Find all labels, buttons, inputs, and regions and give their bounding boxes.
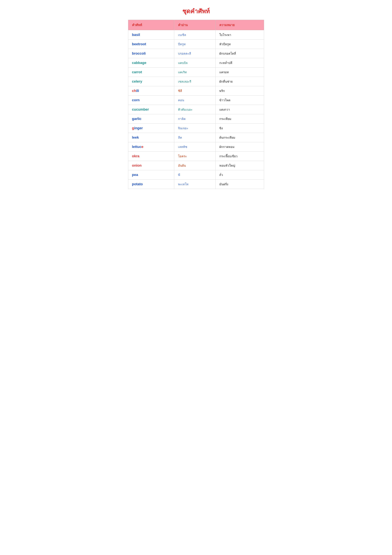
meaning-cell: แตงกวา [215,105,264,114]
word-cell: lettuce [128,142,174,152]
meaning-cell: ขิง [215,124,264,133]
pronunciation-cell: ลีค [174,133,215,142]
header-meaning: ความหมาย [215,20,264,30]
pronunciation-cell: แคบบิจ [174,58,215,67]
meaning-cell: พริก [215,86,264,95]
word-cell: cabbage [128,58,174,67]
meaning-cell: แครอท [215,67,264,77]
table-row: beetrootบีทรูทหัวบีทรูท [128,40,264,49]
meaning-cell: ต้นกระเทียม [215,133,264,142]
pronunciation-cell: ชิลี [174,86,215,95]
meaning-cell: ใบโระพา [215,30,264,40]
word-cell: okra [128,152,174,161]
table-row: broccoliบรอคคะลีผักบรอคโคลี่ [128,49,264,58]
pronunciation-cell: อันยัน [174,161,215,170]
pronunciation-cell: พะเทโท [174,180,215,189]
table-row: potatoพะเทโทมันฝรั่ง [128,180,264,189]
word-cell: basil [128,30,174,40]
meaning-cell: กะหล่ำปลี [215,58,264,67]
table-row: onionอันยันหอมหัวใหญ่ [128,161,264,170]
header-pronunciation: คำอ่าน [174,20,215,30]
meaning-cell: ผักบรอคโคลี่ [215,49,264,58]
meaning-cell: หอมหัวใหญ่ [215,161,264,170]
table-row: leekลีคต้นกระเทียม [128,133,264,142]
pronunciation-cell: คอน [174,95,215,105]
page-title: ชุดคำศัพท์ [128,6,264,16]
word-cell: onion [128,161,174,170]
pronunciation-cell: กาลิค [174,114,215,124]
pronunciation-cell: โอคระ [174,152,215,161]
word-cell: garlic [128,114,174,124]
meaning-cell: ถั่ว [215,170,264,180]
pronunciation-cell: คิวคัมเบอะ [174,105,215,114]
pronunciation-cell: จินเจอะ [174,124,215,133]
table-row: okraโอคระกระเจี๊ยบเขียว [128,152,264,161]
word-cell: potato [128,180,174,189]
table-row: celeryเซลเลอะรีผักคื่นช่าย [128,77,264,86]
table-row: garlicกาลิคกระเทียม [128,114,264,124]
pronunciation-cell: พี [174,170,215,180]
word-cell: broccoli [128,49,174,58]
word-cell: leek [128,133,174,142]
table-row: gingerจินเจอะขิง [128,124,264,133]
meaning-cell: มันฝรั่ง [215,180,264,189]
meaning-cell: ผักกาดหอม [215,142,264,152]
word-cell: corn [128,95,174,105]
table-row: lettuceเลททิชผักกาดหอม [128,142,264,152]
header-word: คำศัพท์ [128,20,174,30]
page-container: ชุดคำศัพท์ คำศัพท์ คำอ่าน ความหมาย basil… [128,6,264,189]
pronunciation-cell: เลททิช [174,142,215,152]
pronunciation-cell: แคเริท [174,67,215,77]
table-row: cabbageแคบบิจกะหล่ำปลี [128,58,264,67]
word-cell: beetroot [128,40,174,49]
table-row: peaพีถั่ว [128,170,264,180]
pronunciation-cell: บรอคคะลี [174,49,215,58]
meaning-cell: กระเทียม [215,114,264,124]
vocabulary-table: คำศัพท์ คำอ่าน ความหมาย basilเบเซิลใบโระ… [128,20,264,189]
table-row: cucumberคิวคัมเบอะแตงกวา [128,105,264,114]
pronunciation-cell: บีทรูท [174,40,215,49]
table-row: chiliชิลีพริก [128,86,264,95]
table-row: cornคอนข้าวโพด [128,95,264,105]
word-cell: chili [128,86,174,95]
word-cell: ginger [128,124,174,133]
meaning-cell: หัวบีทรูท [215,40,264,49]
meaning-cell: ข้าวโพด [215,95,264,105]
word-cell: celery [128,77,174,86]
meaning-cell: กระเจี๊ยบเขียว [215,152,264,161]
word-cell: carrot [128,67,174,77]
pronunciation-cell: เบเซิล [174,30,215,40]
word-cell: pea [128,170,174,180]
table-header-row: คำศัพท์ คำอ่าน ความหมาย [128,20,264,30]
table-row: carrotแคเริทแครอท [128,67,264,77]
meaning-cell: ผักคื่นช่าย [215,77,264,86]
word-cell: cucumber [128,105,174,114]
pronunciation-cell: เซลเลอะรี [174,77,215,86]
table-row: basilเบเซิลใบโระพา [128,30,264,40]
